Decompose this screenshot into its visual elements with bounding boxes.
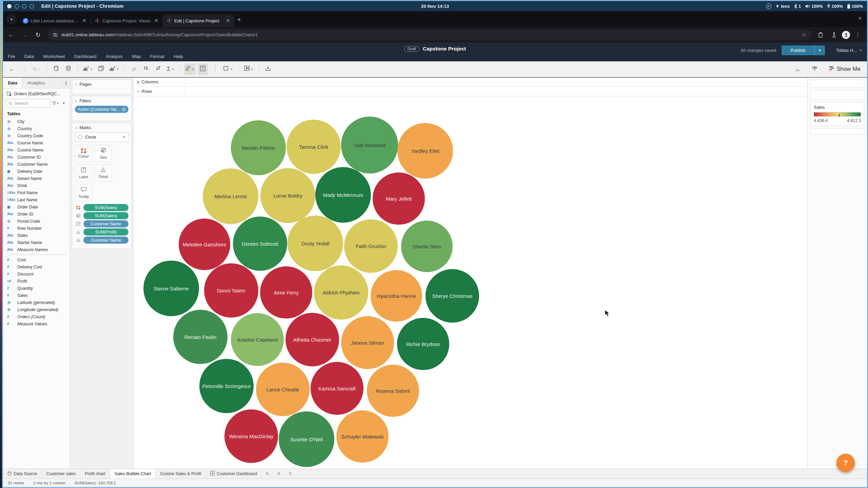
extensions-icon[interactable] (815, 29, 826, 41)
pages-card[interactable]: ∧Pages (72, 79, 132, 94)
window-close-icon[interactable]: ✕ (858, 15, 862, 21)
field-orders-count-[interactable]: #Orders (Count) (3, 313, 70, 320)
columns-shelf[interactable]: |||Columns (134, 78, 807, 87)
bubble-mark[interactable]: Roanna Safont (367, 365, 419, 417)
window-extra-dot[interactable] (29, 4, 34, 8)
duplicate-sheet-button[interactable] (96, 63, 106, 75)
field-filter-icon[interactable]: ▾ (51, 101, 60, 105)
marks-pill[interactable]: SUM(Sales) (83, 204, 129, 211)
rows-shelf[interactable]: ≡Rows (134, 87, 807, 96)
bubble-mark[interactable]: Sherye Christmas (426, 269, 479, 323)
bubble-mark[interactable]: Janeva Silman (341, 316, 394, 369)
field-customer-name[interactable]: AbcCustomer Name (3, 161, 70, 168)
detail-button[interactable]: Detail (95, 164, 112, 182)
system-tray[interactable]: ✓ ▼ lens 1 100% 100% 100% (766, 3, 863, 9)
menu-dashboard[interactable]: Dashboard (74, 54, 97, 59)
field-sides[interactable]: AbcSides (3, 232, 70, 239)
tab-close-icon[interactable]: ✕ (81, 18, 88, 24)
totals-button[interactable]: Σ▼ (165, 63, 176, 75)
bubble-mark[interactable]: Mady McMennum (315, 167, 371, 223)
window-controls[interactable] (7, 4, 34, 8)
bubble-mark[interactable]: Sterne Salterne (143, 261, 199, 316)
marks-pill[interactable]: SUM(Sales) (83, 212, 129, 219)
address-bar[interactable]: dub01.online.tableau.com/t/tableau-5a0c6… (48, 29, 811, 40)
field-customer-id[interactable]: AbcCustomer ID (3, 154, 70, 161)
new-worksheet-tab-button[interactable]: + (262, 469, 273, 479)
back-button[interactable]: ← (5, 29, 17, 41)
bubble-mark[interactable]: Ariadne Copeland (231, 313, 284, 366)
filter-pill[interactable]: Action (Customer Na... (75, 106, 129, 113)
bubble-mark[interactable]: Merlina Lermit (203, 168, 258, 224)
highlight-button[interactable]: ▼ (184, 63, 196, 75)
collapse-pane-icon[interactable]: ❮ (62, 78, 70, 88)
field-measure-values[interactable]: #Measure Values (3, 320, 70, 327)
field-country-code[interactable]: ⊕Country Code (3, 132, 70, 139)
bubble-mark[interactable]: Vale Norwood (341, 117, 398, 174)
redo-button[interactable]: → (19, 63, 29, 75)
field-discount[interactable]: #Discount (3, 270, 70, 278)
bubble-mark[interactable]: Merwin Pikhno (231, 120, 286, 175)
field-sales[interactable]: #Sales (3, 292, 70, 299)
field-cuisine-name[interactable]: AbcCuisine Name (3, 146, 70, 154)
bubble-mark[interactable]: Richie Brydson (397, 318, 449, 370)
new-dashboard-tab-button[interactable]: + (273, 469, 285, 479)
field-quantity[interactable]: #Quantity (3, 285, 70, 292)
bookmark-star-icon[interactable]: ☆ (802, 32, 807, 38)
field-postal-code[interactable]: ⊕Postal Code (3, 218, 70, 225)
swap-rows-columns-button[interactable]: ⇄ (129, 63, 139, 75)
new-worksheet-button[interactable]: +▼ (82, 63, 94, 75)
menu-data[interactable]: Data (24, 54, 34, 59)
new-story-tab-button[interactable]: + (285, 469, 296, 479)
add-data-button[interactable]: + (51, 63, 61, 75)
colour-button[interactable]: Colour (75, 145, 92, 162)
text-label-button[interactable]: T (198, 63, 208, 75)
help-button[interactable]: ? (836, 454, 855, 472)
bubble-mark[interactable]: Schuyler Walewski (336, 410, 389, 463)
sheet-tab-customer-sales[interactable]: Customer sales (42, 469, 80, 479)
bubble-mark[interactable]: Susette O’Neil (279, 411, 334, 467)
browser-tab[interactable]: Capstone Project: Views✕ (91, 14, 162, 27)
show-cards-button[interactable]: ▼ (243, 63, 255, 75)
field-cost[interactable]: #Cost (3, 256, 70, 263)
field-starter-name[interactable]: AbcStarter Name (3, 239, 70, 246)
search-input[interactable]: Search (6, 99, 51, 107)
bubble-mark[interactable]: Aldrich Phythien (314, 265, 368, 320)
field-measure-names[interactable]: AbcMeasure Names (3, 246, 70, 253)
field-course-name[interactable]: AbcCourse Name (3, 139, 70, 146)
mark-type-dropdown[interactable]: Circle ▼ (75, 132, 129, 142)
tab-close-icon[interactable]: ✕ (224, 18, 232, 24)
bubble-mark[interactable]: Donni Tatem (204, 263, 258, 318)
marks-pill[interactable]: Customer Name (83, 237, 129, 244)
publish-options-caret[interactable]: ▼ (814, 45, 825, 55)
bubble-mark[interactable]: Dusty Yedall (288, 216, 343, 271)
bubble-mark[interactable]: Lance Cheatle (256, 363, 310, 416)
field-desert-name[interactable]: AbcDesert Name (3, 175, 70, 182)
menu-file[interactable]: File (8, 54, 15, 59)
fit-button[interactable] (210, 63, 220, 75)
clear-sheet-button[interactable]: ✕▼ (108, 63, 120, 75)
sort-ascending-button[interactable] (141, 63, 151, 75)
field-delivery-date[interactable]: ▦Delivery Date (3, 168, 70, 175)
marks-pill[interactable]: SUM(Profit) (83, 228, 129, 236)
user-menu[interactable]: Tobias H...▼ (836, 48, 862, 53)
field-order-id[interactable]: AbcOrder ID (3, 210, 70, 218)
bubble-mark[interactable]: Faith Grushin (344, 219, 398, 273)
bubble-mark[interactable]: Yardley Eliet (397, 123, 453, 179)
labs-flask-icon[interactable] (828, 29, 840, 41)
cloud-button[interactable]: ☁ (792, 63, 802, 75)
sheet-tab-cuisine-sales-profit[interactable]: Cuisine Sales & Profit (156, 469, 206, 479)
bubble-mark[interactable]: Wenona MacGinlay (224, 409, 278, 463)
presentation-button[interactable] (810, 63, 820, 75)
bubble-mark[interactable]: Alfreda Chasmer (285, 313, 339, 366)
fix-axes-button[interactable]: ▼ (222, 63, 234, 75)
window-close-dot[interactable] (7, 4, 12, 8)
menu-worksheet[interactable]: Worksheet (43, 54, 65, 59)
marks-card[interactable]: ∧Marks Circle ▼ ColourSizeTLabelDetailTo… (72, 123, 132, 249)
label-button[interactable]: TLabel (75, 164, 92, 182)
field-delivery-cost[interactable]: #Delivery Cost (3, 263, 70, 270)
browser-menu-icon[interactable]: ⋮ (852, 29, 864, 41)
tooltip-button[interactable]: Tooltip (75, 184, 92, 201)
bubble-mark[interactable]: Tamma Clink (287, 120, 341, 174)
tab-analytics[interactable]: Analytics (22, 78, 62, 88)
show-me-button[interactable]: Show Me (827, 63, 862, 75)
